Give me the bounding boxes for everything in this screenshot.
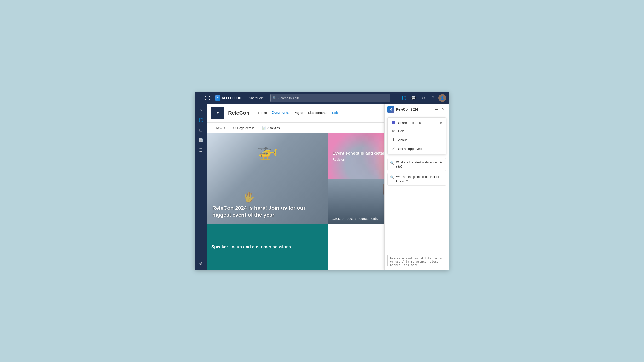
svg-text:T: T xyxy=(392,122,394,124)
waffle-menu-icon[interactable]: ⋮⋮⋮ xyxy=(198,94,213,101)
gear-icon: ⚙ xyxy=(233,126,236,130)
search-input[interactable] xyxy=(270,94,390,102)
suggestion-text-2: Who are the points of contact for this s… xyxy=(396,175,444,183)
brand-logo[interactable]: ✦ RELECLOUD xyxy=(215,95,241,100)
analytics-button[interactable]: 📊 Analytics xyxy=(260,125,282,131)
new-button-label: + New xyxy=(213,126,222,130)
sidebar-globe-icon[interactable]: 🌐 xyxy=(196,116,205,124)
share-to-teams-label: Share to Teams xyxy=(398,121,421,124)
help-icon[interactable]: ? xyxy=(429,94,436,102)
edit-icon: ✏ xyxy=(391,129,396,133)
analytics-label: Analytics xyxy=(268,126,280,130)
sidebar-document-icon[interactable]: 📄 xyxy=(196,136,205,144)
panel-close-button[interactable]: ✕ xyxy=(440,106,446,112)
info-icon: ℹ xyxy=(391,138,396,142)
panel-header-actions: ••• ✕ xyxy=(434,106,446,112)
site-title: ReleCon xyxy=(228,110,250,116)
set-approved-label: Set as approved xyxy=(398,147,422,151)
panel-chat-input[interactable] xyxy=(388,255,446,267)
brand-divider: | xyxy=(244,96,246,100)
top-nav-icons: 🌐 💬 ⚙ ? 👤 xyxy=(400,94,446,102)
edit-item[interactable]: ✏ Edit xyxy=(388,127,446,135)
panel-header: M ReleCon 2024 ••• ✕ xyxy=(384,104,449,115)
suggestion-item-1[interactable]: 🔍 What are the latest updates on this si… xyxy=(388,158,446,171)
about-label: About xyxy=(398,138,406,142)
brand-name: RELECLOUD xyxy=(222,96,241,100)
suggestion-text-1: What are the latest updates on this site… xyxy=(396,160,444,169)
sidebar-home-icon[interactable]: ⌂ xyxy=(196,106,205,114)
new-dropdown-icon: ▾ xyxy=(224,126,225,130)
site-logo-icon: ✦ xyxy=(211,106,224,119)
settings-icon[interactable]: ⚙ xyxy=(419,94,427,102)
cursor-pointer-visual: ▶ xyxy=(440,121,442,124)
suggestion-item-2[interactable]: 🔍 Who are the points of contact for this… xyxy=(388,173,446,186)
hand-illustration: 🖐 xyxy=(243,192,255,203)
teams-icon: T xyxy=(391,121,396,124)
nav-pages[interactable]: Pages xyxy=(294,111,303,115)
search-suggestion-icon-1: 🔍 xyxy=(390,161,394,165)
left-sidebar: ⌂ 🌐 ⊞ 📄 ☰ ⊕ xyxy=(195,104,206,270)
hero-bottom-right-panel: Speaker lineup and customer sessions xyxy=(206,224,328,270)
sidebar-list-icon[interactable]: ☰ xyxy=(196,146,205,154)
drone-illustration: 🚁 xyxy=(257,141,278,160)
edit-label: Edit xyxy=(398,129,404,133)
site-navigation: Home Documents Pages Site contents Edit xyxy=(258,111,338,115)
sidebar-add-icon[interactable]: ⊕ xyxy=(196,259,205,267)
check-circle-icon: ✓ xyxy=(391,146,396,151)
top-navigation: ⋮⋮⋮ ✦ RELECLOUD | SharePoint 🔍 🌐 💬 ⚙ ? 👤 xyxy=(195,92,449,104)
nav-documents[interactable]: Documents xyxy=(272,111,289,115)
translate-icon[interactable]: 🌐 xyxy=(400,94,408,102)
copilot-icon: M xyxy=(388,106,394,113)
set-approved-item[interactable]: ✓ Set as approved xyxy=(388,144,446,153)
page-details-label: Page details xyxy=(237,126,254,130)
hero-bottom-right-text: Speaker lineup and customer sessions xyxy=(211,244,291,250)
feedback-icon[interactable]: 💬 xyxy=(410,94,417,102)
about-item[interactable]: ℹ About xyxy=(388,135,446,144)
panel-title: ReleCon 2024 xyxy=(396,107,432,111)
search-suggestion-icon-2: 🔍 xyxy=(390,175,394,180)
panel-more-button[interactable]: ••• xyxy=(434,106,440,112)
search-icon: 🔍 xyxy=(273,96,276,100)
sidebar-grid-icon[interactable]: ⊞ xyxy=(196,126,205,134)
search-bar: 🔍 xyxy=(270,94,390,102)
panel-input-area xyxy=(384,252,449,270)
hero-bottom-left-text: Latest product announcements xyxy=(332,217,378,221)
nav-home[interactable]: Home xyxy=(258,111,267,115)
logo-icon: ✦ xyxy=(215,95,220,100)
share-to-teams-item[interactable]: T Share to Teams ▶ xyxy=(388,118,446,127)
chart-icon: 📊 xyxy=(262,126,266,130)
user-avatar[interactable]: 👤 xyxy=(438,94,446,102)
sharepoint-label: SharePoint xyxy=(249,96,264,100)
hero-main-panel: 🚁 🖐 ReleCon 2024 is here! Join us for ou… xyxy=(206,133,328,224)
page-details-button[interactable]: ⚙ Page details xyxy=(231,125,256,131)
context-menu: T Share to Teams ▶ ✏ Edit ℹ About ✓ Set xyxy=(388,117,446,154)
suggestions-list: 🔍 What are the latest updates on this si… xyxy=(384,156,449,187)
nav-edit[interactable]: Edit xyxy=(332,111,338,115)
hero-main-text: ReleCon 2024 is here! Join us for our bi… xyxy=(212,204,322,219)
nav-site-contents[interactable]: Site contents xyxy=(308,111,327,115)
new-button[interactable]: + New ▾ xyxy=(211,125,227,131)
copilot-panel: M ReleCon 2024 ••• ✕ T Share to Tea xyxy=(384,104,449,270)
